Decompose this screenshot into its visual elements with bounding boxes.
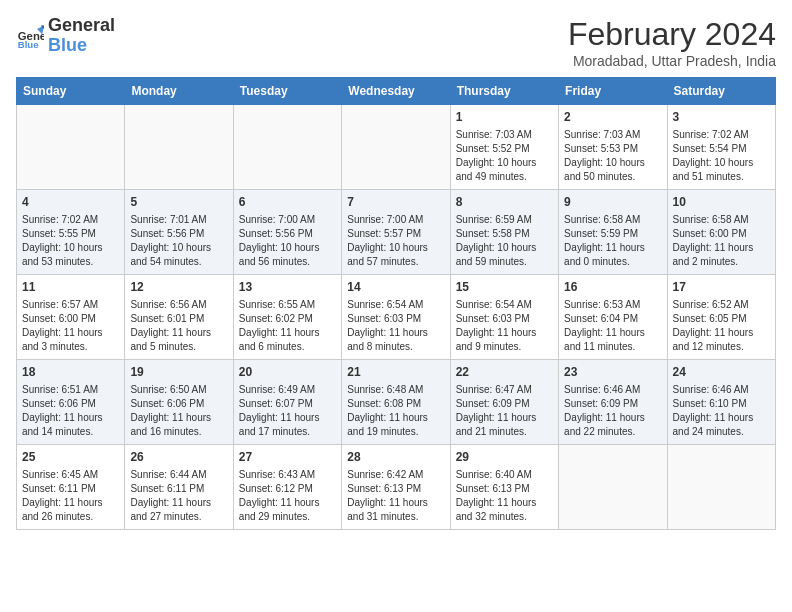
day-info: Sunrise: 6:43 AM Sunset: 6:12 PM Dayligh… — [239, 468, 336, 524]
calendar-week-4: 18Sunrise: 6:51 AM Sunset: 6:06 PM Dayli… — [17, 360, 776, 445]
calendar-cell: 23Sunrise: 6:46 AM Sunset: 6:09 PM Dayli… — [559, 360, 667, 445]
calendar-cell: 14Sunrise: 6:54 AM Sunset: 6:03 PM Dayli… — [342, 275, 450, 360]
day-info: Sunrise: 7:01 AM Sunset: 5:56 PM Dayligh… — [130, 213, 227, 269]
weekday-header-row: SundayMondayTuesdayWednesdayThursdayFrid… — [17, 78, 776, 105]
calendar-cell: 7Sunrise: 7:00 AM Sunset: 5:57 PM Daylig… — [342, 190, 450, 275]
day-info: Sunrise: 7:02 AM Sunset: 5:55 PM Dayligh… — [22, 213, 119, 269]
day-number: 15 — [456, 279, 553, 296]
day-number: 7 — [347, 194, 444, 211]
calendar-cell: 24Sunrise: 6:46 AM Sunset: 6:10 PM Dayli… — [667, 360, 775, 445]
day-number: 25 — [22, 449, 119, 466]
calendar-cell: 2Sunrise: 7:03 AM Sunset: 5:53 PM Daylig… — [559, 105, 667, 190]
day-info: Sunrise: 6:42 AM Sunset: 6:13 PM Dayligh… — [347, 468, 444, 524]
day-number: 23 — [564, 364, 661, 381]
calendar-cell: 8Sunrise: 6:59 AM Sunset: 5:58 PM Daylig… — [450, 190, 558, 275]
location-title: Moradabad, Uttar Pradesh, India — [568, 53, 776, 69]
calendar-cell: 5Sunrise: 7:01 AM Sunset: 5:56 PM Daylig… — [125, 190, 233, 275]
calendar-cell: 16Sunrise: 6:53 AM Sunset: 6:04 PM Dayli… — [559, 275, 667, 360]
calendar-table: SundayMondayTuesdayWednesdayThursdayFrid… — [16, 77, 776, 530]
day-info: Sunrise: 6:52 AM Sunset: 6:05 PM Dayligh… — [673, 298, 770, 354]
calendar-cell: 13Sunrise: 6:55 AM Sunset: 6:02 PM Dayli… — [233, 275, 341, 360]
logo-general: General — [48, 16, 115, 36]
header: General Blue General Blue February 2024 … — [16, 16, 776, 69]
calendar-week-2: 4Sunrise: 7:02 AM Sunset: 5:55 PM Daylig… — [17, 190, 776, 275]
calendar-cell — [342, 105, 450, 190]
calendar-cell — [667, 445, 775, 530]
calendar-cell: 21Sunrise: 6:48 AM Sunset: 6:08 PM Dayli… — [342, 360, 450, 445]
svg-text:Blue: Blue — [18, 39, 39, 50]
day-info: Sunrise: 6:54 AM Sunset: 6:03 PM Dayligh… — [456, 298, 553, 354]
day-number: 19 — [130, 364, 227, 381]
calendar-cell — [559, 445, 667, 530]
day-number: 26 — [130, 449, 227, 466]
day-number: 18 — [22, 364, 119, 381]
weekday-header-monday: Monday — [125, 78, 233, 105]
day-number: 12 — [130, 279, 227, 296]
day-info: Sunrise: 6:53 AM Sunset: 6:04 PM Dayligh… — [564, 298, 661, 354]
day-number: 8 — [456, 194, 553, 211]
day-info: Sunrise: 6:46 AM Sunset: 6:10 PM Dayligh… — [673, 383, 770, 439]
calendar-cell: 3Sunrise: 7:02 AM Sunset: 5:54 PM Daylig… — [667, 105, 775, 190]
day-number: 11 — [22, 279, 119, 296]
logo-blue: Blue — [48, 36, 115, 56]
day-number: 1 — [456, 109, 553, 126]
calendar-week-3: 11Sunrise: 6:57 AM Sunset: 6:00 PM Dayli… — [17, 275, 776, 360]
day-number: 21 — [347, 364, 444, 381]
day-number: 14 — [347, 279, 444, 296]
calendar-week-5: 25Sunrise: 6:45 AM Sunset: 6:11 PM Dayli… — [17, 445, 776, 530]
calendar-cell: 17Sunrise: 6:52 AM Sunset: 6:05 PM Dayli… — [667, 275, 775, 360]
calendar-cell: 15Sunrise: 6:54 AM Sunset: 6:03 PM Dayli… — [450, 275, 558, 360]
day-info: Sunrise: 6:51 AM Sunset: 6:06 PM Dayligh… — [22, 383, 119, 439]
weekday-header-sunday: Sunday — [17, 78, 125, 105]
calendar-cell: 19Sunrise: 6:50 AM Sunset: 6:06 PM Dayli… — [125, 360, 233, 445]
calendar-cell: 26Sunrise: 6:44 AM Sunset: 6:11 PM Dayli… — [125, 445, 233, 530]
logo-icon: General Blue — [16, 22, 44, 50]
day-info: Sunrise: 6:45 AM Sunset: 6:11 PM Dayligh… — [22, 468, 119, 524]
weekday-header-wednesday: Wednesday — [342, 78, 450, 105]
day-info: Sunrise: 6:46 AM Sunset: 6:09 PM Dayligh… — [564, 383, 661, 439]
calendar-cell: 22Sunrise: 6:47 AM Sunset: 6:09 PM Dayli… — [450, 360, 558, 445]
day-info: Sunrise: 6:54 AM Sunset: 6:03 PM Dayligh… — [347, 298, 444, 354]
logo: General Blue General Blue — [16, 16, 115, 56]
day-number: 16 — [564, 279, 661, 296]
day-number: 20 — [239, 364, 336, 381]
weekday-header-saturday: Saturday — [667, 78, 775, 105]
day-info: Sunrise: 6:47 AM Sunset: 6:09 PM Dayligh… — [456, 383, 553, 439]
weekday-header-thursday: Thursday — [450, 78, 558, 105]
calendar-body: 1Sunrise: 7:03 AM Sunset: 5:52 PM Daylig… — [17, 105, 776, 530]
day-number: 3 — [673, 109, 770, 126]
day-number: 6 — [239, 194, 336, 211]
calendar-week-1: 1Sunrise: 7:03 AM Sunset: 5:52 PM Daylig… — [17, 105, 776, 190]
weekday-header-tuesday: Tuesday — [233, 78, 341, 105]
calendar-cell — [17, 105, 125, 190]
calendar-cell: 10Sunrise: 6:58 AM Sunset: 6:00 PM Dayli… — [667, 190, 775, 275]
calendar-cell — [233, 105, 341, 190]
calendar-cell: 20Sunrise: 6:49 AM Sunset: 6:07 PM Dayli… — [233, 360, 341, 445]
day-info: Sunrise: 7:00 AM Sunset: 5:56 PM Dayligh… — [239, 213, 336, 269]
day-info: Sunrise: 7:03 AM Sunset: 5:52 PM Dayligh… — [456, 128, 553, 184]
day-info: Sunrise: 7:00 AM Sunset: 5:57 PM Dayligh… — [347, 213, 444, 269]
day-info: Sunrise: 6:57 AM Sunset: 6:00 PM Dayligh… — [22, 298, 119, 354]
day-info: Sunrise: 6:58 AM Sunset: 6:00 PM Dayligh… — [673, 213, 770, 269]
calendar-cell: 12Sunrise: 6:56 AM Sunset: 6:01 PM Dayli… — [125, 275, 233, 360]
calendar-cell: 1Sunrise: 7:03 AM Sunset: 5:52 PM Daylig… — [450, 105, 558, 190]
calendar-cell: 6Sunrise: 7:00 AM Sunset: 5:56 PM Daylig… — [233, 190, 341, 275]
day-info: Sunrise: 6:50 AM Sunset: 6:06 PM Dayligh… — [130, 383, 227, 439]
day-info: Sunrise: 6:40 AM Sunset: 6:13 PM Dayligh… — [456, 468, 553, 524]
day-info: Sunrise: 6:58 AM Sunset: 5:59 PM Dayligh… — [564, 213, 661, 269]
title-area: February 2024 Moradabad, Uttar Pradesh, … — [568, 16, 776, 69]
month-title: February 2024 — [568, 16, 776, 53]
calendar-cell: 29Sunrise: 6:40 AM Sunset: 6:13 PM Dayli… — [450, 445, 558, 530]
day-number: 13 — [239, 279, 336, 296]
day-number: 9 — [564, 194, 661, 211]
weekday-header-friday: Friday — [559, 78, 667, 105]
day-number: 5 — [130, 194, 227, 211]
calendar-cell: 9Sunrise: 6:58 AM Sunset: 5:59 PM Daylig… — [559, 190, 667, 275]
day-number: 2 — [564, 109, 661, 126]
calendar-cell: 28Sunrise: 6:42 AM Sunset: 6:13 PM Dayli… — [342, 445, 450, 530]
day-number: 27 — [239, 449, 336, 466]
day-info: Sunrise: 6:49 AM Sunset: 6:07 PM Dayligh… — [239, 383, 336, 439]
day-number: 17 — [673, 279, 770, 296]
calendar-cell: 18Sunrise: 6:51 AM Sunset: 6:06 PM Dayli… — [17, 360, 125, 445]
day-info: Sunrise: 7:02 AM Sunset: 5:54 PM Dayligh… — [673, 128, 770, 184]
